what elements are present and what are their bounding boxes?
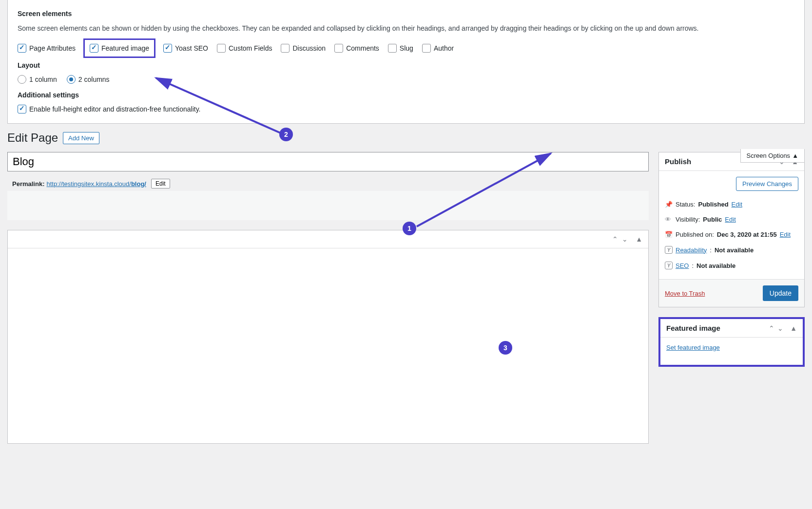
seo-value: Not available: [696, 262, 735, 269]
featured-image-box: Featured image ⌃ ⌄ ▲ Set featured image: [658, 317, 805, 367]
move-to-trash-link[interactable]: Move to Trash: [665, 290, 705, 297]
checkbox-featured-image[interactable]: Featured image: [83, 38, 155, 58]
checkbox-label: Discussion: [292, 44, 326, 52]
set-featured-image-link[interactable]: Set featured image: [666, 344, 720, 351]
checkbox-author[interactable]: Author: [422, 44, 454, 53]
checkbox-input-featured-image[interactable]: [90, 44, 98, 53]
caret-up-icon[interactable]: ▲: [790, 324, 797, 332]
annotation-arrow-2: [151, 71, 288, 139]
checkbox-input-page-attributes[interactable]: [18, 44, 26, 53]
metabox-content: [8, 248, 648, 443]
eye-icon: 👁: [665, 216, 673, 223]
screen-elements-description: Some screen elements can be shown or hid…: [18, 23, 794, 34]
screen-elements-checkboxes: Page Attributes Featured image Yoast SEO…: [18, 42, 794, 54]
checkbox-comments[interactable]: Comments: [334, 44, 379, 53]
checkbox-full-height-editor[interactable]: Enable full-height editor and distractio…: [18, 105, 794, 113]
publish-box-body: Preview Changes 📌 Status: Published Edit…: [659, 171, 804, 279]
visibility-value: Public: [703, 216, 722, 223]
checkbox-custom-fields[interactable]: Custom Fields: [217, 44, 272, 53]
status-value: Published: [698, 201, 728, 208]
status-label: Status:: [676, 201, 695, 208]
permalink-link[interactable]: http://testingsitex.kinsta.cloud/blog/: [46, 180, 146, 188]
featured-image-body: Set featured image: [660, 338, 803, 365]
annotation-badge-1: 1: [403, 222, 416, 235]
permalink-edit-button[interactable]: Edit: [151, 179, 170, 189]
preview-changes-button[interactable]: Preview Changes: [736, 177, 798, 191]
checkbox-input-slug[interactable]: [388, 44, 397, 53]
add-new-button[interactable]: Add New: [63, 132, 99, 144]
status-row: 📌 Status: Published Edit: [665, 197, 798, 212]
checkbox-input-full-height-editor[interactable]: [18, 105, 26, 113]
page-title: Edit Page: [7, 131, 58, 145]
calendar-icon: 📅: [665, 231, 673, 238]
caret-up-icon[interactable]: ▲: [636, 235, 642, 243]
main-area: Permalink: http://testingsitex.kinsta.cl…: [0, 147, 812, 458]
radio-input-2-columns[interactable]: [67, 75, 76, 84]
chevron-down-icon[interactable]: ⌄: [777, 324, 783, 332]
checkbox-label: Featured image: [101, 44, 149, 52]
status-edit-link[interactable]: Edit: [732, 201, 742, 208]
seo-link[interactable]: SEO: [676, 262, 689, 269]
radio-input-1-column[interactable]: [18, 75, 26, 84]
radio-2-columns[interactable]: 2 columns: [67, 75, 110, 84]
publish-box-footer: Move to Trash Update: [659, 279, 804, 307]
checkbox-input-custom-fields[interactable]: [217, 44, 226, 53]
screen-options-toggle[interactable]: Screen Options ▲: [740, 149, 805, 163]
checkbox-input-yoast-seo[interactable]: [163, 44, 172, 53]
checkbox-slug[interactable]: Slug: [388, 44, 413, 53]
permalink-label: Permalink:: [12, 180, 44, 188]
checkbox-label: Author: [434, 44, 454, 52]
checkbox-label: Page Attributes: [29, 44, 76, 52]
svg-line-1: [417, 153, 551, 226]
readability-row: Y Readability: Not available: [665, 242, 798, 258]
visibility-edit-link[interactable]: Edit: [725, 216, 735, 223]
checkbox-discussion[interactable]: Discussion: [281, 44, 326, 53]
layout-radios: 1 column 2 columns: [18, 75, 794, 84]
published-on-row: 📅 Published on: Dec 3, 2020 at 21:55 Edi…: [665, 227, 798, 242]
checkbox-label: Custom Fields: [229, 44, 272, 52]
screen-options-toggle-label: Screen Options: [747, 152, 791, 159]
featured-image-header[interactable]: Featured image ⌃ ⌄ ▲: [660, 319, 803, 338]
checkbox-label: Slug: [400, 44, 413, 52]
checkbox-yoast-seo[interactable]: Yoast SEO: [163, 44, 208, 53]
visibility-label: Visibility:: [676, 216, 700, 223]
checkbox-input-author[interactable]: [422, 44, 431, 53]
svg-line-3: [156, 78, 283, 134]
yoast-icon: Y: [665, 262, 673, 269]
annotation-badge-2: 2: [279, 128, 293, 141]
content-metabox: ⌃ ⌄ ▲: [7, 230, 649, 444]
screen-elements-heading: Screen elements: [18, 10, 794, 18]
additional-settings-heading: Additional settings: [18, 91, 794, 99]
screen-options-panel: Screen elements Some screen elements can…: [7, 0, 805, 124]
pin-icon: 📌: [665, 201, 673, 208]
annotation-arrow-1: [414, 149, 556, 229]
publish-heading: Publish: [665, 157, 691, 166]
seo-row: Y SEO: Not available: [665, 258, 798, 273]
annotation-badge-3: 3: [499, 341, 512, 355]
update-button[interactable]: Update: [763, 285, 798, 301]
featured-image-heading: Featured image: [666, 324, 720, 332]
metabox-header: ⌃ ⌄ ▲: [8, 230, 648, 248]
readability-link[interactable]: Readability: [676, 246, 707, 254]
visibility-row: 👁 Visibility: Public Edit: [665, 212, 798, 227]
readability-value: Not available: [715, 246, 754, 254]
checkbox-input-discussion[interactable]: [281, 44, 290, 53]
postbox-controls: ⌃ ⌄ ▲: [769, 324, 797, 332]
chevron-down-icon[interactable]: ⌄: [622, 235, 628, 243]
published-value: Dec 3, 2020 at 21:55: [717, 231, 777, 238]
yoast-icon: Y: [665, 246, 673, 254]
sidebar-column: Publish ⌃ ⌄ ▲ Preview Changes 📌 Status: …: [658, 152, 805, 453]
layout-heading: Layout: [18, 61, 794, 69]
publish-box: Publish ⌃ ⌄ ▲ Preview Changes 📌 Status: …: [658, 152, 805, 307]
published-label: Published on:: [676, 231, 714, 238]
radio-1-column[interactable]: 1 column: [18, 75, 57, 84]
chevron-up-icon[interactable]: ⌃: [612, 235, 618, 243]
chevron-up-icon[interactable]: ⌃: [769, 324, 774, 332]
checkbox-label: Comments: [346, 44, 379, 52]
radio-label: 1 column: [29, 75, 57, 83]
checkbox-input-comments[interactable]: [334, 44, 343, 53]
edit-page-header: Edit Page Add New: [0, 124, 812, 147]
published-edit-link[interactable]: Edit: [780, 231, 791, 238]
checkbox-label: Yoast SEO: [175, 44, 208, 52]
checkbox-page-attributes[interactable]: Page Attributes: [18, 44, 76, 53]
